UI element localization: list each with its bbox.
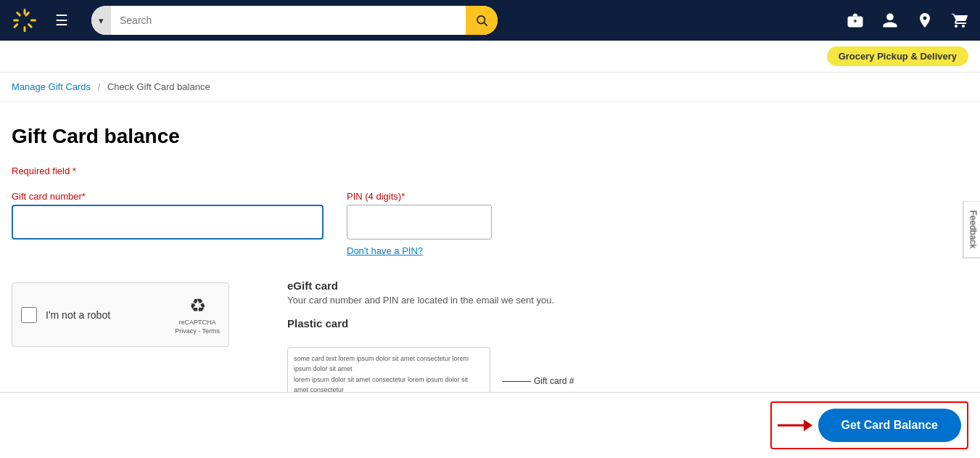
arrow-icon	[778, 417, 812, 434]
breadcrumb-manage-link[interactable]: Manage Gift Cards	[12, 81, 91, 92]
feedback-tab[interactable]: Feedback	[963, 200, 980, 258]
svg-point-9	[477, 16, 485, 24]
dont-have-pin-link[interactable]: Don't have a PIN?	[347, 245, 492, 256]
hamburger-icon[interactable]: ☰	[55, 12, 68, 29]
grocery-badge-bar: Grocery Pickup & Delivery	[0, 41, 980, 73]
search-input[interactable]	[111, 6, 466, 35]
registry-icon[interactable]	[847, 12, 864, 29]
egift-title: eGift card	[287, 279, 574, 292]
search-dropdown-label: ▾	[99, 15, 104, 26]
gift-card-number-input[interactable]	[12, 205, 324, 240]
search-bar: ▾	[91, 6, 498, 35]
get-card-balance-button[interactable]: Get Card Balance	[818, 409, 961, 442]
required-note: Required field *	[12, 165, 859, 176]
recaptcha-privacy-terms: Privacy - Terms	[175, 327, 220, 335]
svg-line-10	[484, 23, 487, 25]
recaptcha-logo-text: reCAPTCHA	[179, 319, 216, 326]
recaptcha-logo-icon: ♻	[189, 295, 206, 317]
svg-rect-3	[13, 20, 19, 22]
get-card-balance-highlight: Get Card Balance	[770, 401, 968, 449]
form-row: Gift card number* PIN (4 digits)* Don't …	[12, 191, 859, 256]
location-icon[interactable]	[916, 12, 934, 29]
gift-card-number-group: Gift card number*	[12, 191, 324, 240]
account-icon[interactable]	[881, 12, 899, 29]
pin-group: PIN (4 digits)* Don't have a PIN?	[347, 191, 492, 256]
pin-label: PIN (4 digits)*	[347, 191, 492, 202]
recaptcha-widget: I'm not a robot ♻ reCAPTCHA Privacy - Te…	[12, 282, 229, 347]
bottom-bar: Get Card Balance	[0, 392, 980, 458]
grocery-badge[interactable]: Grocery Pickup & Delivery	[827, 46, 968, 66]
plastic-title: Plastic card	[287, 317, 574, 330]
main-header: ☰ ▾	[0, 0, 980, 41]
gift-card-hash-label: Gift card #	[502, 376, 574, 386]
svg-rect-1	[24, 9, 26, 15]
walmart-logo[interactable]	[12, 7, 38, 33]
search-button[interactable]	[466, 6, 498, 35]
gift-card-number-label: Gift card number*	[12, 191, 324, 202]
pin-input[interactable]	[347, 205, 492, 240]
egift-desc: Your card number and PIN are located in …	[287, 295, 574, 306]
recaptcha-label: I'm not a robot	[46, 309, 166, 321]
svg-rect-4	[30, 20, 36, 22]
cart-icon[interactable]	[951, 12, 968, 29]
recaptcha-logo: ♻ reCAPTCHA Privacy - Terms	[175, 295, 220, 335]
search-dropdown-button[interactable]: ▾	[91, 6, 111, 35]
breadcrumb-current: Check Gift Card balance	[107, 81, 210, 92]
page-title: Gift Card balance	[12, 125, 859, 148]
svg-rect-2	[24, 26, 26, 32]
breadcrumb: Manage Gift Cards / Check Gift Card bala…	[0, 73, 980, 102]
recaptcha-checkbox[interactable]	[21, 307, 37, 323]
header-icons	[847, 12, 968, 29]
breadcrumb-separator: /	[98, 81, 101, 92]
egift-section: eGift card Your card number and PIN are …	[287, 279, 574, 306]
svg-marker-12	[804, 420, 812, 431]
